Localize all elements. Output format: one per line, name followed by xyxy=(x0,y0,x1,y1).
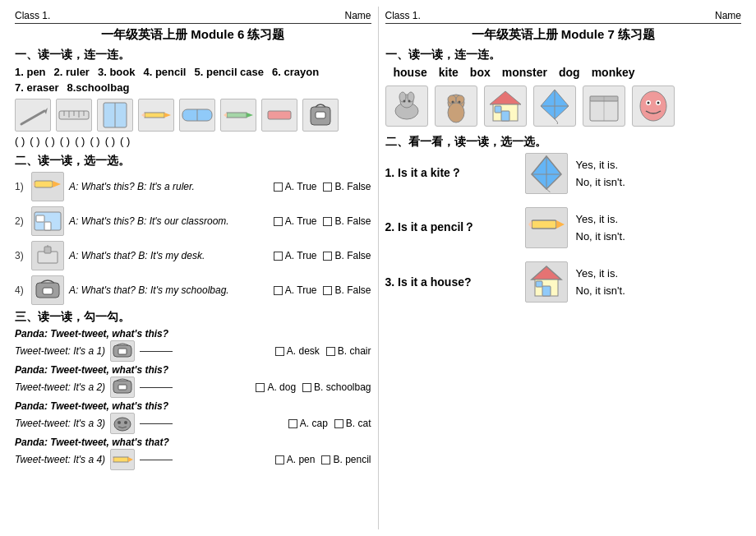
tcheckbox-3a[interactable] xyxy=(288,419,297,428)
qa-opt-2b[interactable]: B. False xyxy=(323,215,371,227)
qa-item-4: 4) A: What's that? B: It's my schoolbag.… xyxy=(15,275,371,305)
qa-num-2: 2) xyxy=(15,215,26,227)
svg-point-38 xyxy=(124,421,127,424)
svg-rect-57 xyxy=(501,111,509,121)
tcheckbox-1b[interactable] xyxy=(326,347,335,356)
tweet-opt-3a[interactable]: A. cap xyxy=(288,418,328,429)
right-q-img-1 xyxy=(525,153,568,194)
svg-marker-74 xyxy=(556,220,565,229)
svg-rect-78 xyxy=(542,286,551,296)
right-img-kite xyxy=(533,85,576,127)
tcheckbox-2a[interactable] xyxy=(256,383,265,392)
svg-marker-16 xyxy=(247,113,253,118)
svg-rect-73 xyxy=(532,220,556,229)
right-q-2: 2. Is it a pencil？ xyxy=(385,220,517,235)
qa-text-3: A: What's that? B: It's my desk. xyxy=(69,250,269,261)
svg-rect-21 xyxy=(35,181,53,187)
right-q-num-3: 3. xyxy=(385,275,395,289)
paren-3: ( ) xyxy=(45,135,55,147)
img-crayon xyxy=(220,99,256,132)
word-5: 5. pencil case xyxy=(194,66,264,78)
tweet-line-2: Tweet-tweet: It's a 2) A. dog B. schoolb… xyxy=(15,377,371,398)
qa-item-1: 1) A: What's this? B: It's a ruler. A. T… xyxy=(15,172,371,201)
svg-point-68 xyxy=(647,102,649,104)
checkbox-1a[interactable] xyxy=(274,183,283,192)
tweet-opt-3b[interactable]: B. cat xyxy=(334,418,371,429)
svg-marker-1 xyxy=(44,108,48,114)
tcheckbox-2b[interactable] xyxy=(302,383,311,392)
qa-img-2 xyxy=(31,206,64,236)
qa-img-3 xyxy=(31,241,64,270)
right-q-text-3: Is it a house? xyxy=(398,275,471,289)
qa-opt-1b[interactable]: B. False xyxy=(323,181,371,192)
svg-rect-25 xyxy=(44,222,51,230)
left-class-line: Class 1. Name xyxy=(15,10,371,24)
left-half: Class 1. Name 一年级英语上册 Module 6 练习题 一、读一读… xyxy=(8,7,379,529)
word-2: 2. ruler xyxy=(54,66,90,78)
right-images-row xyxy=(385,85,742,127)
rword-4: monster xyxy=(502,66,547,79)
qa-opt-3b[interactable]: B. False xyxy=(323,250,371,261)
qa-opt-4b[interactable]: B. False xyxy=(323,284,371,296)
svg-point-54 xyxy=(458,101,460,104)
tweet-opt-2b[interactable]: B. schoolbag xyxy=(302,381,371,393)
checkbox-4a[interactable] xyxy=(274,286,283,295)
tweet-opt-2a[interactable]: A. dog xyxy=(256,381,296,393)
right-img-dog xyxy=(385,85,428,127)
tweet-opt-1b[interactable]: B. chair xyxy=(326,345,371,357)
word-6: 6. crayon xyxy=(272,66,319,78)
tweet-opt-1a[interactable]: A. desk xyxy=(275,345,320,357)
qa-label-4b: B. False xyxy=(334,284,371,296)
qa-opt-3a[interactable]: A. True xyxy=(274,250,317,261)
right-img-monkey xyxy=(435,85,477,127)
checkbox-3b[interactable] xyxy=(323,252,332,261)
paren-8: ( ) xyxy=(120,135,130,147)
right-yes-2: Yes, it is. xyxy=(576,213,625,225)
tweet-label-3a: A. cap xyxy=(300,418,328,429)
right-name-label: Name xyxy=(715,10,741,21)
tweet-opt-4a[interactable]: A. pen xyxy=(275,454,316,465)
qa-label-1b: B. False xyxy=(334,181,371,192)
checkbox-1b[interactable] xyxy=(323,183,332,192)
right-no-3: No, it isn't. xyxy=(576,284,625,297)
tweet-label-4a: A. pen xyxy=(287,454,316,465)
right-ans-3: Yes, it is. No, it isn't. xyxy=(576,267,625,297)
tweet-text-2: Tweet-tweet: It's a 2) xyxy=(15,381,105,393)
right-q-text-2: Is it a pencil？ xyxy=(398,220,475,233)
svg-point-52 xyxy=(448,103,464,122)
word-7: 7. eraser xyxy=(15,81,59,94)
tweet-opts-3: A. cap B. cat xyxy=(288,418,371,429)
img-pencil xyxy=(138,99,174,132)
tcheckbox-4b[interactable] xyxy=(321,455,330,464)
rword-3: box xyxy=(470,66,491,79)
qa-opt-4a[interactable]: A. True xyxy=(274,284,317,296)
tweet-opt-4b[interactable]: B. pencil xyxy=(321,454,371,465)
rword-1: house xyxy=(394,66,427,79)
qa-options-1: A. True B. False xyxy=(274,181,371,192)
checkbox-3a[interactable] xyxy=(274,252,283,261)
checkbox-2b[interactable] xyxy=(323,217,332,226)
qa-label-3b: B. False xyxy=(334,250,371,261)
right-yes-3: Yes, it is. xyxy=(576,267,625,280)
qa-opt-2a[interactable]: A. True xyxy=(274,215,317,227)
svg-marker-76 xyxy=(532,266,561,280)
left-parens-row: ( ) ( ) ( ) ( ) ( ) ( ) ( ) ( ) xyxy=(15,135,371,147)
checkbox-4b[interactable] xyxy=(323,286,332,295)
qa-text-4: A: What's that? B: It's my schoolbag. xyxy=(69,284,269,296)
tcheckbox-3b[interactable] xyxy=(334,419,343,428)
qa-opt-1a[interactable]: A. True xyxy=(274,181,317,192)
svg-rect-58 xyxy=(495,106,501,113)
left-title: 一年级英语上册 Module 6 练习题 xyxy=(15,27,371,43)
qa-num-1: 1) xyxy=(15,181,26,192)
rword-5: dog xyxy=(559,66,580,79)
panda-line-3: Panda: Tweet-tweet, what's this? xyxy=(15,400,371,412)
tcheckbox-1a[interactable] xyxy=(275,347,284,356)
svg-rect-20 xyxy=(316,112,325,118)
tweet-text-1: Tweet-tweet: It's a 1) xyxy=(15,345,105,357)
right-img-box xyxy=(583,85,625,127)
qa-img-1 xyxy=(31,172,64,201)
left-name-label: Name xyxy=(344,10,371,21)
checkbox-2a[interactable] xyxy=(274,217,283,226)
qa-label-1a: A. True xyxy=(285,181,317,192)
tcheckbox-4a[interactable] xyxy=(275,455,284,464)
